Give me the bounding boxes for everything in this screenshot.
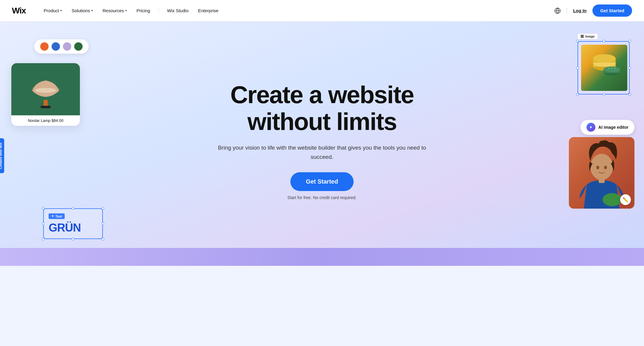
nav-item-solutions[interactable]: Solutions ▾ — [68, 6, 97, 15]
hero-title: Create a website without limits — [209, 81, 435, 135]
img-handle-mr[interactable] — [628, 67, 631, 69]
navbar: Wix Product ▾ Solutions ▾ Resources ▾ Pr… — [0, 0, 644, 21]
start-free-note: Start for free. No credit card required. — [209, 195, 435, 200]
handle-top-right[interactable] — [102, 207, 104, 210]
image-icon: 🖼 — [580, 35, 584, 38]
svg-point-18 — [604, 166, 607, 169]
get-started-nav-button[interactable]: Get Started — [592, 4, 632, 17]
svg-point-9 — [593, 54, 616, 63]
image-editor-card[interactable]: 🖼 Image — [578, 33, 630, 94]
ai-image-editor-card: ✦ AI image editor — [569, 120, 634, 209]
lamp-image — [11, 63, 80, 115]
img-handle-bl[interactable] — [576, 93, 579, 96]
nav-item-enterprise[interactable]: Enterprise — [194, 6, 222, 15]
handle-bot-mid[interactable] — [72, 238, 74, 240]
img-handle-ml[interactable] — [576, 67, 579, 69]
nav-item-wix-studio[interactable]: Wix Studio — [164, 6, 192, 15]
img-handle-br[interactable] — [628, 93, 631, 96]
handle-bot-right[interactable] — [102, 238, 104, 240]
img-handle-tr[interactable] — [628, 40, 631, 42]
wix-logo[interactable]: Wix — [12, 6, 26, 15]
text-badge: ✦ Text — [49, 213, 65, 219]
swatch-green[interactable] — [74, 42, 83, 51]
nav-item-product[interactable]: Product ▾ — [40, 6, 66, 15]
edit-pencil-button[interactable]: ✏️ — [620, 194, 631, 205]
image-badge: 🖼 Image — [578, 33, 598, 39]
handle-mid-left[interactable] — [42, 223, 44, 225]
svg-point-16 — [590, 154, 613, 180]
svg-point-4 — [35, 88, 56, 93]
svg-rect-19 — [599, 178, 605, 183]
nav-divider — [159, 7, 159, 14]
hero-subtitle: Bring your vision to life with the websi… — [209, 143, 435, 162]
globe-icon[interactable] — [554, 7, 561, 14]
svg-point-15 — [614, 68, 615, 69]
chevron-down-icon: ▾ — [91, 9, 93, 13]
product-image-placeholder — [581, 45, 627, 91]
text-logo-card[interactable]: ✦ Text GRÜN — [43, 208, 103, 239]
hero-center-content: Create a website without limits Bring yo… — [209, 81, 435, 200]
img-handle-tl[interactable] — [576, 40, 579, 42]
nav-links: Product ▾ Solutions ▾ Resources ▾ Pricin… — [40, 6, 555, 15]
ai-bubble: ✦ AI image editor — [580, 120, 634, 135]
chevron-down-icon: ▾ — [125, 9, 127, 13]
nav-item-pricing[interactable]: Pricing — [133, 6, 154, 15]
created-with-wix-badge: Created with Wix — [0, 138, 4, 173]
handle-bot-left[interactable] — [42, 238, 44, 240]
svg-rect-3 — [41, 106, 51, 108]
handle-mid-right[interactable] — [102, 223, 104, 225]
img-handle-bm[interactable] — [603, 93, 605, 96]
hero-section: Nordar Lamp $84.00 ✦ Text GRÜN 🖼 Image — [0, 21, 644, 266]
handle-top-left[interactable] — [42, 207, 44, 210]
ai-photo-container: ✏️ — [569, 137, 634, 209]
svg-point-13 — [608, 68, 609, 69]
gruen-logo-text: GRÜN — [49, 221, 97, 234]
nav-item-resources[interactable]: Resources ▾ — [99, 6, 131, 15]
product-3d-svg — [586, 50, 622, 86]
img-handle-tm[interactable] — [603, 40, 605, 42]
text-cursor-icon: ✦ — [51, 214, 54, 218]
ai-label: AI image editor — [598, 125, 628, 130]
bottom-wave — [0, 248, 644, 266]
nav-right: Log In Get Started — [554, 4, 632, 17]
swatch-orange[interactable] — [40, 42, 49, 51]
nav-divider-vertical — [567, 7, 567, 14]
get-started-hero-button[interactable]: Get Started — [290, 172, 354, 191]
swatch-blue[interactable] — [52, 42, 60, 51]
lamp-svg — [26, 67, 65, 112]
lamp-product-card: Nordar Lamp $84.00 — [11, 63, 80, 126]
svg-point-14 — [611, 67, 612, 69]
svg-point-20 — [603, 193, 622, 206]
chevron-down-icon: ▾ — [60, 9, 62, 13]
svg-point-17 — [596, 166, 599, 169]
ai-icon: ✦ — [586, 123, 595, 132]
login-button[interactable]: Log In — [573, 8, 586, 13]
lamp-label: Nordar Lamp $84.00 — [11, 115, 80, 126]
handle-top-mid[interactable] — [72, 207, 74, 210]
swatch-lavender[interactable] — [63, 42, 71, 51]
color-swatches-card — [34, 39, 89, 54]
